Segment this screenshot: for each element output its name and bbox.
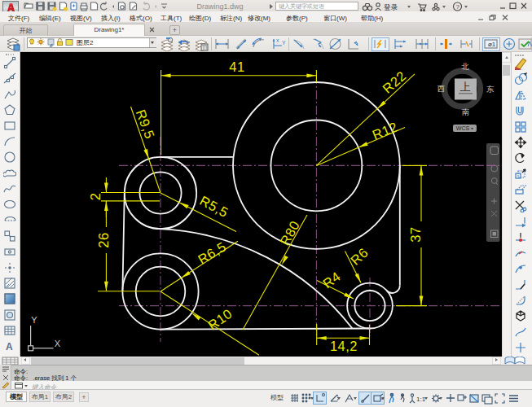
svg-text:37: 37 — [408, 226, 423, 242]
svg-text:14,2: 14,2 — [330, 339, 358, 353]
svg-text:⌀1: ⌀1 — [488, 41, 496, 48]
svg-text:x: x — [276, 37, 279, 43]
svg-text:北: 北 — [461, 62, 469, 71]
svg-text:南: 南 — [462, 107, 470, 116]
svg-text:A: A — [6, 341, 13, 352]
svg-text:登录: 登录 — [384, 3, 398, 11]
svg-text:26: 26 — [96, 232, 111, 247]
svg-text:X: X — [55, 339, 61, 348]
svg-text:R4: R4 — [320, 269, 343, 291]
svg-text:西: 西 — [437, 84, 446, 93]
svg-text:上: 上 — [460, 81, 471, 93]
svg-text:?: ? — [456, 3, 460, 11]
svg-text:Y: Y — [282, 40, 286, 46]
svg-text:R5,5: R5,5 — [197, 193, 231, 220]
svg-text:图层2: 图层2 — [77, 39, 94, 46]
svg-text:2: 2 — [88, 193, 103, 201]
svg-text:R6: R6 — [348, 245, 371, 268]
svg-text:R80: R80 — [277, 218, 302, 248]
svg-text:Y: Y — [31, 315, 37, 325]
svg-text:东: 东 — [486, 85, 495, 94]
svg-text:R22: R22 — [380, 68, 409, 96]
svg-text:R6,5: R6,5 — [196, 239, 229, 266]
svg-text:41: 41 — [229, 59, 244, 74]
svg-text:WCS: WCS — [456, 125, 470, 131]
